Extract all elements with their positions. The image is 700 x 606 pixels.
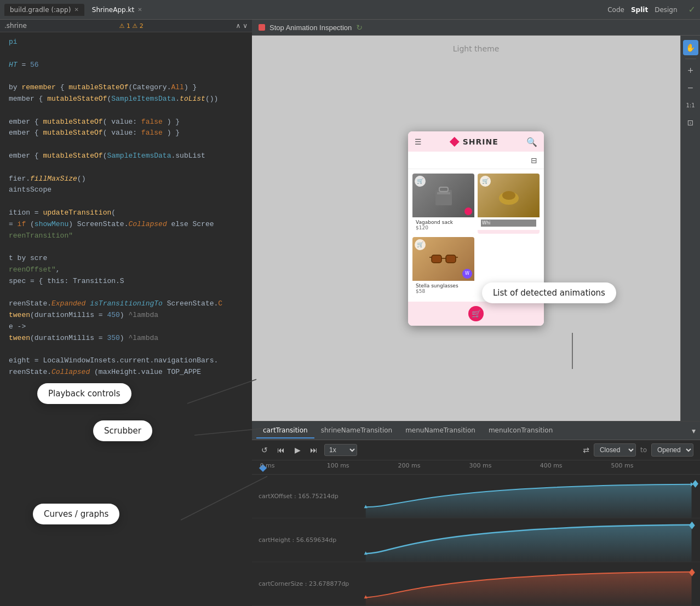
stop-animation-button[interactable]: Stop Animation Inspection [269, 24, 352, 32]
split-view-btn[interactable]: Split [631, 6, 648, 14]
checkmark-icon: ✓ [688, 4, 696, 15]
track-label-cart-x: cartXOffset : 165.75214dp [252, 493, 362, 500]
ruler-mark-200ms: 200 ms [398, 462, 421, 469]
product-name-jewelry: Whi [481, 220, 536, 227]
tooltip-scrubber-label: Scrubber [104, 426, 141, 436]
code-line [0, 162, 252, 174]
nav-arrows[interactable]: ∧ ∨ [236, 22, 248, 30]
product-price-stella: $58 [416, 288, 471, 294]
tab-cart-transition[interactable]: cartTransition [256, 423, 314, 438]
track-cart-height: cartHeight : 56.659634dp [252, 518, 700, 562]
code-line [0, 241, 252, 253]
tab-shrine[interactable]: ShrineApp.kt ✕ [87, 4, 148, 16]
tooltip-playback-label: Playback controls [48, 389, 121, 399]
code-line: reenState.Expanded isTransitioningTo Scr… [0, 298, 252, 310]
hamburger-icon[interactable]: ☰ [415, 137, 422, 146]
frame-btn[interactable]: ⊡ [683, 115, 698, 130]
stop-animation-label: Stop Animation Inspection [269, 24, 352, 32]
shrine-logo: SHRINE [450, 137, 498, 147]
playback-row: ↺ ⏮ ▶ ⏭ 1x 0.25x 0.5x 2x ⇄ [252, 440, 700, 460]
device-top-bar: ☰ SHRINE 🔍 [408, 131, 544, 152]
toolbar-separator [685, 59, 696, 59]
track-label-cart-corner: cartCornerSize : 23.678877dp [252, 580, 362, 587]
curve-svg-cart-corner [362, 562, 700, 605]
speed-select[interactable]: 1x 0.25x 0.5x 2x [324, 444, 357, 456]
track-cart-x-offset: cartXOffset : 165.75214dp [252, 475, 700, 518]
code-line [0, 287, 252, 299]
filter-icon[interactable]: ⊟ [531, 156, 537, 165]
skip-end-button[interactable]: ⏭ [308, 444, 320, 456]
code-line: reenState.Collapsed (maxHeight.value TOP… [0, 367, 252, 378]
ruler-track[interactable]: 0 ms 100 ms 200 ms 300 ms 400 ms 500 ms [267, 462, 693, 473]
cart-button[interactable]: 🛒 [468, 306, 484, 321]
tab-gradle-label: build.gradle (:app) [10, 6, 71, 14]
product-image-jewelry: 🛒 [478, 174, 540, 217]
bag-svg [427, 179, 460, 212]
product-price-vagabond: $120 [416, 225, 471, 230]
design-view-btn[interactable]: Design [655, 6, 677, 14]
device-product-grid: 🛒 Vagabond sack $120 [408, 169, 544, 302]
zoom-out-btn[interactable]: − [683, 80, 698, 95]
tabs-overflow-arrow[interactable]: ▾ [692, 426, 696, 435]
to-label: to [640, 446, 647, 454]
tab-shrine-name[interactable]: shrineNameTransition [314, 423, 399, 438]
skip-start-button[interactable]: ⏮ [275, 444, 287, 456]
code-line: t by scre [0, 253, 252, 264]
tab-menu-icon-label: menuIconTransition [489, 426, 553, 434]
product-card-stella: 🛒 W Stella sunglasses [412, 237, 474, 297]
code-line: tween(durationMillis = 450) ^lambda [0, 310, 252, 321]
top-bar: build.gradle (:app) ✕ ShrineApp.kt ✕ Cod… [0, 0, 700, 20]
tab-gradle-close[interactable]: ✕ [74, 7, 78, 13]
tooltip-curves-graphs: Curves / graphs [33, 504, 119, 524]
timeline-ruler: 0 ms 100 ms 200 ms 300 ms 400 ms 500 ms [252, 460, 700, 475]
tab-gradle[interactable]: build.gradle (:app) ✕ [4, 4, 84, 16]
tab-menu-name[interactable]: menuNameTransition [399, 423, 482, 438]
ruler-mark-300ms: 300 ms [469, 462, 492, 469]
tooltip-playback-controls: Playback controls [37, 383, 131, 404]
code-line [0, 48, 252, 60]
tooltip-detected-label: List of detected animations [493, 288, 605, 298]
glasses-svg [427, 245, 460, 273]
to-state-select[interactable]: Opened Closed [651, 443, 693, 457]
tab-menu-name-label: menuNameTransition [405, 426, 475, 434]
tab-shrine-label: ShrineApp.kt [92, 6, 134, 14]
zoom-ratio-btn[interactable]: 1:1 [683, 97, 698, 113]
track-name-cart-x: cartXOffset : 165.75214dp [259, 493, 338, 500]
skip-end-icon: ⏭ [310, 446, 318, 454]
code-line: member { mutableStateOf(SampleItemsData.… [0, 94, 252, 105]
code-line: reenOffset", [0, 264, 252, 276]
track-name-cart-corner: cartCornerSize : 23.678877dp [259, 580, 349, 587]
svg-rect-12 [692, 480, 698, 488]
device-filter-bar: ⊟ [408, 152, 544, 169]
code-area: pi HT = 56 by remember { mutableStateOf(… [0, 32, 252, 383]
code-line: pi [0, 37, 252, 48]
tab-menu-icon[interactable]: menuIconTransition [482, 423, 559, 438]
play-icon: ▶ [295, 446, 301, 454]
anim-inspection-header: Stop Animation Inspection ↻ [252, 20, 700, 36]
code-line: ember { mutableStateOf( value: false ) } [0, 128, 252, 139]
tab-shrine-close[interactable]: ✕ [137, 7, 142, 13]
track-canvas-cart-corner [362, 562, 700, 605]
svg-rect-2 [437, 192, 450, 194]
reset-button[interactable]: ↺ [259, 444, 271, 456]
skip-start-icon: ⏮ [277, 446, 285, 454]
from-state-select[interactable]: Closed Opened [594, 443, 636, 457]
zoom-in-btn[interactable]: + [683, 62, 698, 78]
transfer-icon[interactable]: ⇄ [583, 446, 589, 454]
refresh-icon[interactable]: ↻ [356, 23, 363, 32]
jewelry-svg [492, 179, 525, 212]
code-view-btn[interactable]: Code [607, 6, 624, 14]
shrine-title: SHRINE [463, 137, 498, 146]
device-bottom-bar: 🛒 [408, 302, 544, 326]
code-line: ition = updateTransition( [0, 207, 252, 219]
code-line: eight = LocalWindowInsets.current.naviga… [0, 355, 252, 367]
track-label-cart-height: cartHeight : 56.659634dp [252, 536, 362, 544]
search-icon[interactable]: 🔍 [526, 137, 537, 147]
product-info-vagabond: Vagabond sack $120 [412, 217, 474, 234]
code-line: = if (showMenu) ScreenState.Collapsed el… [0, 219, 252, 230]
play-button[interactable]: ▶ [291, 444, 303, 456]
hand-tool-btn[interactable]: ✋ [683, 40, 698, 55]
cart-badge-3: 🛒 [415, 239, 426, 250]
product-name-stella: Stella sunglasses [416, 283, 471, 288]
hand-icon: ✋ [686, 43, 695, 52]
